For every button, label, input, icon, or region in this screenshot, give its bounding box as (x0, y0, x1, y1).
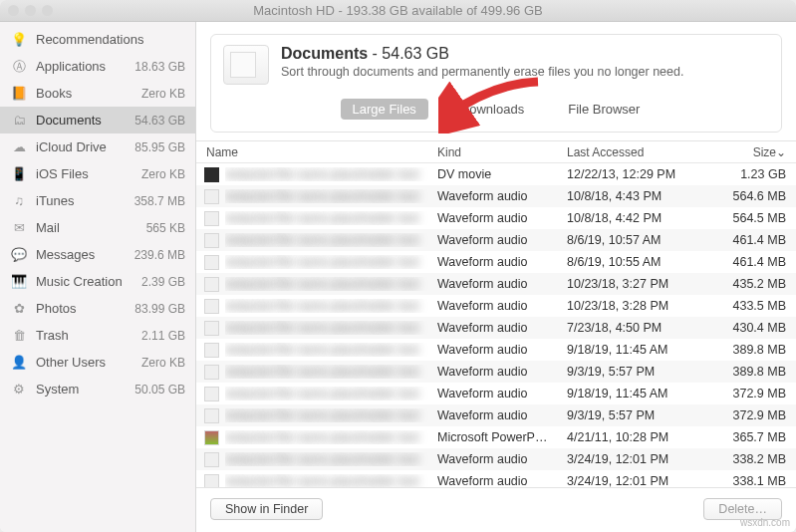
close-icon[interactable] (8, 5, 19, 16)
sidebar-item-size: 358.7 MB (134, 194, 185, 208)
sidebar-item-label: System (36, 382, 127, 397)
sidebar-item-ios-files[interactable]: 📱iOS FilesZero KB (0, 160, 195, 187)
file-kind: Waveform audio (437, 408, 567, 422)
sidebar-item-label: iOS Files (36, 166, 133, 181)
table-row[interactable]: redacted file name placeholder textWavef… (196, 229, 796, 251)
messages-icon: 💬 (10, 246, 28, 264)
sidebar-item-itunes[interactable]: ♫iTunes358.7 MB (0, 187, 195, 214)
sidebar-item-size: 83.99 GB (134, 302, 185, 316)
sidebar-item-mail[interactable]: ✉Mail565 KB (0, 214, 195, 241)
sidebar-item-icloud-drive[interactable]: ☁iCloud Drive85.95 GB (0, 133, 195, 160)
table-row[interactable]: redacted file name placeholder textWavef… (196, 383, 796, 404)
table-row[interactable]: redacted file name placeholder textWavef… (196, 251, 796, 273)
file-icon (204, 365, 219, 380)
sidebar-item-label: Applications (36, 59, 127, 74)
file-size: 461.4 MB (706, 255, 786, 269)
table-row[interactable]: redacted file name placeholder textWavef… (196, 470, 796, 487)
sidebar-item-size: 54.63 GB (134, 114, 185, 128)
file-icon (204, 211, 219, 226)
file-size: 338.1 MB (706, 474, 786, 487)
file-icon (204, 299, 219, 314)
window-titlebar: Macintosh HD - 193.38 GB available of 49… (0, 0, 796, 22)
chevron-down-icon: ⌄ (776, 145, 786, 159)
sidebar-item-label: Mail (36, 220, 138, 235)
sidebar-item-size: Zero KB (141, 356, 185, 370)
sidebar-item-music-creation[interactable]: 🎹Music Creation2.39 GB (0, 268, 195, 295)
sidebar-item-size: Zero KB (141, 167, 185, 181)
sidebar-item-books[interactable]: 📙BooksZero KB (0, 80, 195, 107)
file-name: redacted file name placeholder text (225, 387, 437, 400)
sidebar-item-label: iTunes (36, 193, 127, 208)
file-accessed: 10/8/18, 4:43 PM (567, 189, 706, 203)
itunes-icon: ♫ (10, 192, 28, 210)
file-icon (204, 343, 219, 358)
sidebar-item-label: Music Creation (36, 274, 133, 289)
file-icon (204, 452, 219, 467)
documents-icon: 🗂 (10, 112, 28, 130)
table-row[interactable]: redacted file name placeholder textWavef… (196, 295, 796, 317)
table-row[interactable]: redacted file name placeholder textWavef… (196, 273, 796, 295)
sidebar-item-messages[interactable]: 💬Messages239.6 MB (0, 241, 195, 268)
sidebar-item-recommendations[interactable]: 💡Recommendations (0, 26, 195, 53)
sidebar-item-photos[interactable]: ✿Photos83.99 GB (0, 295, 195, 322)
sidebar-item-label: iCloud Drive (36, 139, 127, 154)
tab-file-browser[interactable]: File Browser (556, 99, 652, 120)
sidebar-item-applications[interactable]: ⒶApplications18.63 GB (0, 53, 195, 80)
file-accessed: 9/3/19, 5:57 PM (567, 365, 706, 379)
trash-icon: 🗑 (10, 327, 28, 345)
table-row[interactable]: redacted file name placeholder textWavef… (196, 448, 796, 470)
file-accessed: 8/6/19, 10:55 AM (567, 255, 706, 269)
table-row[interactable]: redacted file name placeholder textWavef… (196, 404, 796, 426)
file-name: redacted file name placeholder text (225, 167, 437, 181)
sidebar-item-label: Books (36, 86, 133, 101)
table-body[interactable]: redacted file name placeholder textDV mo… (196, 163, 796, 487)
col-kind[interactable]: Kind (437, 145, 567, 159)
file-icon (204, 387, 219, 401)
tab-downloads[interactable]: Downloads (448, 99, 536, 120)
file-kind: Waveform audio (437, 474, 567, 487)
file-icon (204, 474, 219, 488)
icloud-icon: ☁ (10, 138, 28, 156)
file-size: 461.4 MB (706, 233, 786, 247)
photos-icon: ✿ (10, 300, 28, 318)
table-row[interactable]: redacted file name placeholder textMicro… (196, 426, 796, 448)
table-row[interactable]: redacted file name placeholder textWavef… (196, 361, 796, 383)
file-size: 338.2 MB (706, 452, 786, 466)
sidebar-item-system[interactable]: ⚙System50.05 GB (0, 376, 195, 402)
tab-large-files[interactable]: Large Files (341, 99, 428, 120)
file-kind: Waveform audio (437, 233, 567, 247)
file-name: redacted file name placeholder text (225, 233, 437, 247)
file-size: 1.23 GB (706, 167, 786, 181)
table-row[interactable]: redacted file name placeholder textWavef… (196, 207, 796, 229)
file-size: 372.9 MB (706, 387, 786, 400)
col-name[interactable]: Name (196, 145, 437, 159)
sidebar-item-label: Recommendations (36, 32, 177, 47)
file-icon (204, 277, 219, 292)
sidebar-item-size: Zero KB (141, 87, 185, 101)
file-kind: Waveform audio (437, 452, 567, 466)
table-row[interactable]: redacted file name placeholder textWavef… (196, 317, 796, 339)
table-row[interactable]: redacted file name placeholder textWavef… (196, 185, 796, 207)
file-name: redacted file name placeholder text (225, 321, 437, 335)
sidebar-item-other-users[interactable]: 👤Other UsersZero KB (0, 349, 195, 376)
table-row[interactable]: redacted file name placeholder textWavef… (196, 339, 796, 361)
sidebar-item-size: 85.95 GB (134, 140, 185, 154)
file-size: 564.6 MB (706, 189, 786, 203)
file-name: redacted file name placeholder text (225, 189, 437, 203)
sidebar-item-trash[interactable]: 🗑Trash2.11 GB (0, 322, 195, 349)
file-kind: Waveform audio (437, 189, 567, 203)
col-size[interactable]: Size⌄ (706, 145, 786, 159)
file-icon (204, 233, 219, 248)
zoom-icon[interactable] (42, 5, 53, 16)
file-accessed: 10/23/18, 3:28 PM (567, 299, 706, 313)
col-accessed[interactable]: Last Accessed (567, 145, 706, 159)
minimize-icon[interactable] (25, 5, 36, 16)
show-in-finder-button[interactable]: Show in Finder (210, 498, 323, 520)
file-kind: Microsoft PowerP… (437, 430, 567, 444)
file-icon (204, 255, 219, 270)
sidebar-item-documents[interactable]: 🗂Documents54.63 GB (0, 107, 195, 133)
users-icon: 👤 (10, 354, 28, 372)
file-size: 564.5 MB (706, 211, 786, 225)
table-row[interactable]: redacted file name placeholder textDV mo… (196, 163, 796, 185)
file-icon (204, 430, 219, 445)
